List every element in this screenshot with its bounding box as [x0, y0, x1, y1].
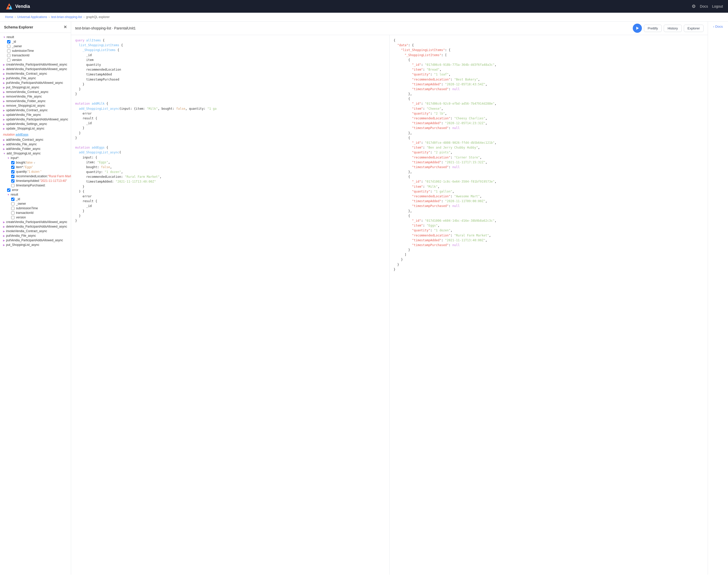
docs-button[interactable]: ‹ Docs [713, 25, 723, 28]
tree-item-update-settings[interactable]: ▶ updateVendia_Settings_async [1, 122, 70, 126]
prettify-button[interactable]: Prettify [644, 25, 662, 32]
close-icon[interactable]: ✕ [63, 25, 67, 29]
toggle-icon: ▶ [3, 100, 5, 103]
history-button[interactable]: History [664, 25, 681, 32]
checkbox-result-submissiontime[interactable] [11, 207, 15, 210]
tree-label: submissionTime [16, 206, 38, 210]
tree-item-remove-file[interactable]: ▶ removeVendia_File_async [1, 94, 70, 99]
tree-item-invoke-contract[interactable]: ▶ invokeVendia_Contract_async [1, 71, 70, 76]
tree-item-invoke-contract2[interactable]: ▶ invokeVendia_Contract_async [1, 229, 70, 233]
checkbox-timestamp-added[interactable] [11, 179, 15, 182]
tree-item-bought[interactable]: bought: false ∨ [1, 160, 70, 165]
tree-item-delete-participant2[interactable]: ▶ deleteVendia_ParticipantAddsAllowed_as… [1, 224, 70, 229]
tree-label: deleteVendia_ParticipantAddsAllowed_asyn… [6, 225, 67, 228]
tree-label: addVendia_Folder_async [6, 147, 40, 151]
tree-item-update-contract[interactable]: ▶ updateVendia_Contract_async [1, 108, 70, 113]
sidebar-header: Schema Explorer ✕ [0, 22, 71, 33]
tree-item-timestamp-added[interactable]: timestampAdded: "2021-11-11T13:40" [1, 178, 70, 183]
breadcrumb: Home › Universal Applications › test-bri… [0, 13, 728, 22]
tree-item-input[interactable]: ▼ input*: [1, 156, 70, 160]
tree-item-create-participant2[interactable]: ▶ createVendia_ParticipantAddsAllowed_as… [1, 220, 70, 224]
docs-link[interactable]: Docs [700, 4, 708, 8]
tree-item-update-participant[interactable]: ▶ updateVendia_ParticipantAddsAllowed_as… [1, 117, 70, 122]
main-layout: Schema Explorer ✕ ▼ result _id _owner su… [0, 22, 728, 575]
tree-item-put-shopping[interactable]: ▶ put_ShoppingList_async [1, 85, 70, 90]
logout-link[interactable]: Logout [712, 4, 723, 8]
checkbox-result-version[interactable] [11, 216, 15, 219]
tree-item-result2[interactable]: ▼ result [1, 192, 70, 197]
tree-item-update-file[interactable]: ▶ updateVendia_File_async [1, 113, 70, 117]
tree-item-submissiontime[interactable]: submissionTime [1, 49, 70, 53]
tree-item-result-version[interactable]: version [1, 215, 70, 220]
tree-item-owner[interactable]: _owner [1, 44, 70, 49]
breadcrumb-shopping-list[interactable]: test-brian-shopping-list [51, 15, 82, 19]
tree-item-transactionid[interactable]: transactionId [1, 53, 70, 58]
tree-item-put-file2[interactable]: ▶ putVendia_File_async [1, 233, 70, 238]
checkbox-result-id[interactable] [11, 198, 15, 201]
tree-label: invokeVendia_Contract_async [6, 229, 47, 233]
brand-area: Vendia [5, 2, 30, 10]
tree-item-version[interactable]: version [1, 58, 70, 62]
tree-label: putVendia_File_async [6, 234, 36, 237]
breadcrumb-universal-applications[interactable]: Universal Applications [17, 15, 47, 19]
toggle-icon: ▼ [7, 157, 10, 160]
tree-item-put-shopping2[interactable]: ▶ put_ShoppingList_async [1, 242, 70, 247]
tree-label: addVendia_File_async [6, 142, 37, 146]
tree-item-item[interactable]: item*: "Eggs" [1, 165, 70, 169]
checkbox-result-owner[interactable] [11, 202, 15, 205]
tree-item-add-contract[interactable]: ▶ addVendia_Contract_async [1, 137, 70, 142]
tree-item-timestamp-purchased[interactable]: timestampPurchased: [1, 183, 70, 188]
breadcrumb-home[interactable]: Home [5, 15, 13, 19]
tree-item-remove-folder[interactable]: ▶ removeVendia_Folder_async [1, 99, 70, 104]
checkbox-owner[interactable] [7, 45, 10, 48]
settings-icon[interactable]: ⚙ [692, 4, 696, 9]
tree-item-remove-shopping[interactable]: ▶ remove_ShoppingList_async [1, 104, 70, 108]
run-button[interactable] [633, 24, 642, 33]
checkbox-recommended-location[interactable] [11, 175, 15, 178]
tree-item-result-owner[interactable]: _owner [1, 201, 70, 206]
checkbox-transactionid[interactable] [7, 54, 10, 57]
checkbox-version[interactable] [7, 58, 10, 62]
tree-item-put-participant[interactable]: ▶ putVendia_ParticipantAddsAllowed_async [1, 81, 70, 85]
tree-item-remove-contract[interactable]: ▶ removeVendia_Contract_async [1, 90, 70, 94]
tree-item-add-shopping[interactable]: ▼ add_ShoppingList_async [1, 151, 70, 156]
checkbox-quantity[interactable] [11, 170, 15, 173]
tree-item-quantity[interactable]: quantity: "1 dozen " [1, 169, 70, 174]
toggle-icon: ▼ [3, 36, 6, 38]
checkbox-timestamp-purchased[interactable] [11, 184, 15, 187]
checkbox-bought[interactable] [11, 161, 15, 164]
tree-item-result-submissiontime[interactable]: submissionTime [1, 206, 70, 210]
checkbox-id[interactable] [7, 40, 10, 44]
query-editor[interactable]: query allItems { list_ShoppingListItems … [71, 35, 390, 575]
toggle-icon: ▶ [3, 127, 5, 130]
tree-label: version [16, 215, 26, 219]
mutation-section-label: mutation addEggs [1, 131, 70, 137]
schema-explorer-sidebar: Schema Explorer ✕ ▼ result _id _owner su… [0, 22, 71, 575]
checkbox-item[interactable] [11, 166, 15, 169]
tree-item-result-transactionid[interactable]: transactionId [1, 210, 70, 215]
checkbox-result-transactionid[interactable] [11, 211, 15, 214]
checkbox-submissiontime[interactable] [7, 49, 10, 53]
tree-item-error[interactable]: error [1, 188, 70, 192]
split-pane: query allItems { list_ShoppingListItems … [71, 35, 708, 575]
tree-item-create-participant[interactable]: ▶ createVendia_ParticipantAddsAllowed_as… [1, 62, 70, 67]
tree-item-recommended-location[interactable]: recommendedLocation: "Rural Farm Market" [1, 174, 70, 178]
tree-item-delete-participant[interactable]: ▶ deleteVendia_ParticipantAddsAllowed_as… [1, 67, 70, 71]
tree-item-add-folder[interactable]: ▶ addVendia_Folder_async [1, 147, 70, 151]
tree-item-put-file[interactable]: ▶ putVendia_File_async [1, 76, 70, 81]
result-code: { "data": { "list_ShoppingListItems": { … [394, 38, 704, 272]
play-icon [636, 26, 639, 30]
tree-item-update-shopping[interactable]: ▶ update_ShoppingList_async [1, 126, 70, 131]
tree-item-put-participant2[interactable]: ▶ putVendia_ParticipantAddsAllowed_async [1, 238, 70, 242]
checkbox-error[interactable] [7, 189, 10, 192]
explorer-button[interactable]: Explorer [684, 25, 704, 32]
tree-item-result-id[interactable]: _id [1, 197, 70, 201]
toggle-icon: ▶ [3, 123, 5, 125]
toggle-icon: ▶ [3, 73, 5, 75]
tree-item-id[interactable]: _id [1, 39, 70, 44]
docs-label: Docs [715, 25, 723, 28]
tree-item-add-file[interactable]: ▶ addVendia_File_async [1, 142, 70, 147]
tree-label: transactionId [16, 211, 33, 214]
tree-item-result[interactable]: ▼ result [1, 35, 70, 39]
editor-title: test-brian-shopping-list · ParentalUnit1 [75, 26, 631, 30]
